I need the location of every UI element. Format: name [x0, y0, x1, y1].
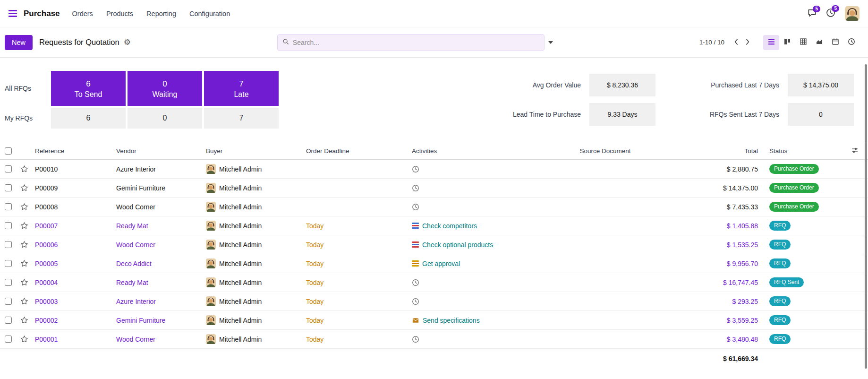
view-graph-button[interactable] [811, 35, 827, 50]
activity-label[interactable]: Check optional products [422, 241, 493, 249]
row-checkbox[interactable] [5, 298, 12, 305]
my-rfq-filter-card[interactable]: 0 [128, 108, 202, 129]
header-source-document[interactable]: Source Document [522, 147, 688, 155]
header-buyer[interactable]: Buyer [203, 147, 303, 155]
row-checkbox[interactable] [5, 317, 12, 324]
favorite-star-icon[interactable] [20, 184, 28, 192]
favorite-star-icon[interactable] [20, 241, 28, 249]
activity-cell[interactable]: Send specifications [409, 317, 522, 324]
table-row[interactable]: P00008 Wood Corner Mitchell Admin $ 7,43… [0, 198, 868, 216]
table-row[interactable]: P00010 Azure Interior Mitchell Admin $ 2… [0, 160, 868, 179]
nav-menu-item[interactable]: Configuration [189, 10, 230, 17]
clock-icon[interactable] [412, 336, 419, 343]
row-checkbox[interactable] [5, 222, 12, 229]
view-kanban-button[interactable] [779, 35, 795, 50]
user-avatar[interactable] [845, 6, 859, 21]
header-reference[interactable]: Reference [32, 147, 113, 155]
activity-cell[interactable] [409, 184, 522, 192]
activity-cell[interactable] [409, 298, 522, 305]
activity-label[interactable]: Check competitors [422, 222, 477, 230]
activity-cell[interactable] [409, 203, 522, 211]
favorite-star-icon[interactable] [20, 203, 28, 211]
adjust-columns-icon[interactable] [851, 146, 859, 155]
row-checkbox[interactable] [5, 336, 12, 343]
favorite-star-icon[interactable] [20, 316, 28, 324]
stat-value[interactable]: $ 8,230.36 [589, 74, 655, 96]
rfq-filter-card[interactable]: 7 Late [204, 71, 279, 106]
new-button[interactable]: New [5, 35, 33, 50]
nav-menu-item[interactable]: Reporting [146, 10, 176, 17]
activity-cell[interactable] [409, 165, 522, 173]
activity-cell[interactable] [409, 279, 522, 286]
favorite-star-icon[interactable] [20, 259, 28, 267]
table-row[interactable]: P00002 Gemini Furniture Mitchell Admin T… [0, 311, 868, 330]
row-checkbox[interactable] [5, 203, 12, 210]
table-row[interactable]: P00007 Ready Mat Mitchell Admin Today Ch… [0, 216, 868, 235]
rfq-counters: All RFQs 6 To Send 0 Waiting 7 Late My R… [4, 71, 279, 129]
dash-stats: Avg Order Value $ 8,230.36 Purchased Las… [481, 74, 854, 126]
clock-icon[interactable] [412, 184, 419, 192]
row-checkbox[interactable] [5, 241, 12, 248]
search-options-toggle-icon[interactable] [548, 41, 553, 44]
select-all-checkbox[interactable] [5, 147, 12, 155]
clock-icon[interactable] [412, 203, 419, 211]
activity-label[interactable]: Get approval [422, 260, 460, 267]
table-row[interactable]: P00009 Gemini Furniture Mitchell Admin $… [0, 179, 868, 198]
stat-value[interactable]: 0 [788, 103, 854, 126]
nav-menu-item[interactable]: Orders [72, 10, 93, 17]
table-row[interactable]: P00003 Azure Interior Mitchell Admin Tod… [0, 292, 868, 311]
dashboard-stat: Avg Order Value $ 8,230.36 [481, 74, 655, 96]
clock-icon[interactable] [412, 165, 419, 173]
stat-value[interactable]: $ 14,375.00 [788, 74, 854, 96]
row-checkbox[interactable] [5, 184, 12, 191]
status-badge: RFQ Sent [769, 277, 804, 287]
header-status[interactable]: Status [764, 147, 842, 155]
activity-cell[interactable]: Check competitors [409, 222, 522, 230]
my-rfq-filter-card[interactable]: 6 [51, 108, 126, 129]
row-checkbox[interactable] [5, 165, 12, 172]
action-gear-icon[interactable]: ⚙ [124, 38, 131, 46]
apps-menu-button[interactable] [9, 10, 17, 17]
rfq-filter-card[interactable]: 0 Waiting [128, 71, 202, 106]
clock-icon[interactable] [412, 279, 419, 286]
activity-cell[interactable]: Check optional products [409, 241, 522, 249]
favorite-star-icon[interactable] [20, 278, 28, 286]
stat-value[interactable]: 9.33 Days [589, 103, 655, 126]
pager-next-button[interactable] [744, 36, 752, 49]
favorite-star-icon[interactable] [20, 297, 28, 305]
header-order-deadline[interactable]: Order Deadline [303, 147, 409, 155]
view-pivot-button[interactable] [795, 35, 811, 50]
activity-cell[interactable] [409, 336, 522, 343]
view-activity-button[interactable] [843, 35, 859, 50]
activity-view-icon [848, 38, 855, 47]
vertical-scrollbar[interactable] [865, 64, 867, 369]
messages-button[interactable]: 5 [808, 9, 817, 19]
header-total[interactable]: Total [688, 147, 764, 155]
table-row[interactable]: P00006 Wood Corner Mitchell Admin Today … [0, 235, 868, 254]
view-calendar-button[interactable] [827, 35, 843, 50]
pager-previous-button[interactable] [732, 36, 740, 49]
activities-button[interactable]: 5 [826, 8, 835, 19]
activity-cell[interactable]: Get approval [409, 260, 522, 267]
status-badge: Purchase Order [769, 183, 819, 192]
rfq-filter-card[interactable]: 6 To Send [51, 71, 126, 106]
buyer-name: Mitchell Admin [219, 165, 262, 173]
activity-label[interactable]: Send specifications [423, 317, 480, 324]
my-rfq-filter-card[interactable]: 7 [204, 108, 279, 129]
table-row[interactable]: P00005 Deco Addict Mitchell Admin Today … [0, 254, 868, 273]
header-activities[interactable]: Activities [409, 147, 522, 155]
favorite-star-icon[interactable] [20, 165, 28, 173]
row-checkbox[interactable] [5, 279, 12, 286]
app-name[interactable]: Purchase [24, 9, 60, 18]
table-row[interactable]: P00001 Wood Corner Mitchell Admin Today … [0, 330, 868, 349]
search-input[interactable] [293, 39, 539, 46]
clock-icon[interactable] [412, 298, 419, 305]
table-row[interactable]: P00004 Ready Mat Mitchell Admin Today $ … [0, 273, 868, 292]
row-checkbox[interactable] [5, 260, 12, 267]
buyer-avatar [206, 183, 216, 193]
favorite-star-icon[interactable] [20, 222, 28, 230]
nav-menu-item[interactable]: Products [106, 10, 133, 17]
favorite-star-icon[interactable] [20, 335, 28, 343]
header-vendor[interactable]: Vendor [113, 147, 203, 155]
view-list-button[interactable] [763, 35, 779, 50]
